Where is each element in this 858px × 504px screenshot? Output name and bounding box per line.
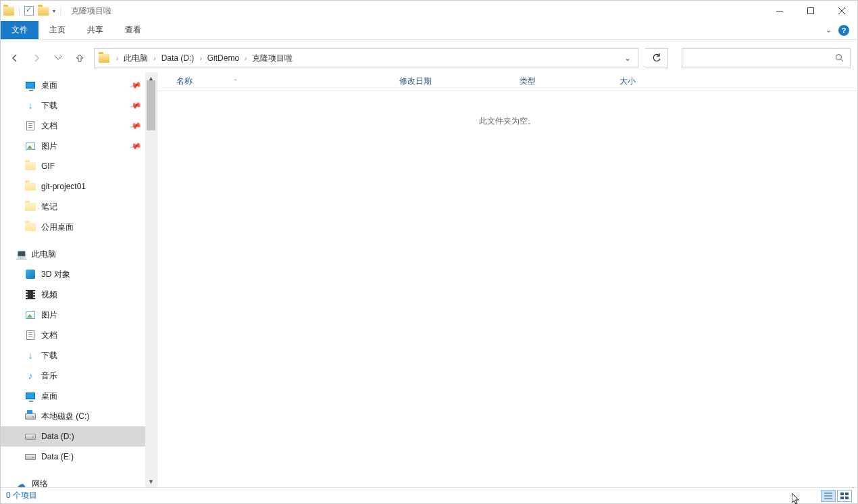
chevron-right-icon[interactable]: › [243,55,248,62]
sidebar-item-label: 笔记 [41,201,57,213]
sidebar-item[interactable]: ↓下载📌 [1,95,146,116]
recent-locations-button[interactable] [51,51,66,66]
window-title: 克隆项目啦 [71,5,111,17]
sidebar-item-label: 下载 [41,350,57,361]
tab-file[interactable]: 文件 [1,21,39,39]
ribbon-right: ⌄ ? [826,21,857,39]
nav-pane: 桌面📌↓下载📌文档📌图片📌GIFgit-project01笔记公用桌面💻此电脑3… [1,72,157,487]
col-name[interactable]: 名称⌃ [170,76,393,87]
monitor-icon [25,390,36,401]
qat-newfolder-icon[interactable] [38,7,49,16]
crumb-current[interactable]: 克隆项目啦 [249,51,295,66]
titlebar: | ▾ | 克隆项目啦 [1,1,857,21]
sidebar-item-label: 文档 [41,120,57,132]
status-bar: 0 个项目 [1,487,857,503]
chevron-right-icon[interactable]: › [198,55,203,62]
folder-icon [25,161,36,172]
titlebar-left: | ▾ | 克隆项目啦 [1,5,111,17]
search-input[interactable] [682,48,851,68]
pin-icon: 📌 [129,119,143,132]
sidebar-item[interactable]: GIF [1,156,146,176]
crumb-gitdemo[interactable]: GitDemo [205,52,242,64]
address-bar[interactable]: › 此电脑 › Data (D:) › GitDemo › 克隆项目啦 ⌄ [94,48,638,68]
maximize-button[interactable] [795,1,826,21]
col-name-label: 名称 [176,76,193,87]
forward-button[interactable] [29,51,44,66]
sidebar-item[interactable]: 桌面 [1,386,146,406]
crumb-thispc[interactable]: 此电脑 [121,51,151,66]
sidebar-item[interactable]: 笔记 [1,197,146,217]
window-controls [764,1,857,21]
sidebar-item[interactable]: 视频 [1,284,146,305]
sidebar-item[interactable]: 💻此电脑 [1,244,146,264]
sidebar-item-label: 本地磁盘 (C:) [41,411,89,422]
tree: 桌面📌↓下载📌文档📌图片📌GIFgit-project01笔记公用桌面💻此电脑3… [1,72,146,487]
qat-customize-icon[interactable]: ▾ [53,8,55,14]
pc-icon: 💻 [16,249,26,259]
svg-rect-11 [840,497,844,499]
drive-icon [25,451,36,462]
tab-home[interactable]: 主页 [39,21,76,39]
close-button[interactable] [826,1,857,21]
sidebar-item-label: GIF [41,161,55,171]
sidebar-item[interactable]: 桌面📌 [1,75,146,95]
item-count: 0 个项目 [6,490,37,501]
nav-row: › 此电脑 › Data (D:) › GitDemo › 克隆项目啦 ⌄ [1,44,857,72]
qat-properties-icon[interactable] [24,6,34,16]
pin-icon: 📌 [129,99,143,112]
tab-share[interactable]: 共享 [76,21,114,39]
sidebar-item[interactable]: 公用桌面 [1,217,146,237]
pin-icon: 📌 [129,139,143,153]
monitor-icon [25,80,36,91]
col-type[interactable]: 类型 [513,76,613,87]
svg-rect-0 [776,11,783,11]
sidebar-item-label: 网络 [32,478,48,488]
sidebar-item[interactable]: ♪音乐 [1,366,146,386]
sidebar-item[interactable]: 3D 对象 [1,264,146,284]
body: 桌面📌↓下载📌文档📌图片📌GIFgit-project01笔记公用桌面💻此电脑3… [1,72,857,487]
col-size[interactable]: 大小 [613,76,680,87]
sidebar-item[interactable]: 文档📌 [1,116,146,136]
crumb-drive[interactable]: Data (D:) [159,52,197,64]
3d-icon [25,269,36,280]
chevron-right-icon[interactable]: › [115,55,120,62]
separator: | [18,6,20,16]
col-date[interactable]: 修改日期 [393,76,513,87]
sidebar-item[interactable]: git-project01 [1,176,146,197]
up-button[interactable] [72,51,87,66]
sidebar-item[interactable]: 图片 [1,305,146,325]
sidebar-item-label: 图片 [41,141,57,152]
sidebar-item[interactable]: ↓下载 [1,345,146,366]
doc-icon [25,120,36,131]
sidebar-item[interactable]: 文档 [1,325,146,345]
scroll-thumb[interactable] [147,80,155,130]
svg-point-4 [836,55,842,60]
sidebar-item[interactable]: ☁网络 [1,474,146,487]
sidebar-item[interactable]: 图片📌 [1,136,146,156]
details-view-button[interactable] [821,490,836,502]
ribbon-expand-icon[interactable]: ⌄ [826,26,832,34]
pin-icon: 📌 [129,78,143,92]
minimize-button[interactable] [764,1,795,21]
folder-icon [25,222,36,232]
sidebar-item-label: 桌面 [41,390,57,402]
scroll-down-icon[interactable]: ▼ [145,476,157,487]
tab-view[interactable]: 查看 [114,21,152,39]
svg-rect-12 [845,497,849,499]
back-button[interactable] [7,51,22,66]
column-headers: 名称⌃ 修改日期 类型 大小 [157,72,857,91]
sidebar-scrollbar[interactable]: ▲ ▼ [145,72,157,487]
sidebar-item[interactable]: Data (D:) [1,426,146,447]
folder-icon [25,181,36,192]
refresh-button[interactable] [645,48,668,68]
chevron-right-icon[interactable]: › [152,55,157,62]
help-icon[interactable]: ? [838,25,849,36]
separator: | [59,6,61,16]
sidebar-item-label: 文档 [41,330,57,341]
drive-icon [25,411,36,422]
sidebar-item-label: 音乐 [41,370,57,382]
address-history-icon[interactable]: ⌄ [620,53,635,63]
sidebar-item[interactable]: 本地磁盘 (C:) [1,406,146,426]
thumbnails-view-button[interactable] [837,490,852,502]
sidebar-item[interactable]: Data (E:) [1,447,146,467]
